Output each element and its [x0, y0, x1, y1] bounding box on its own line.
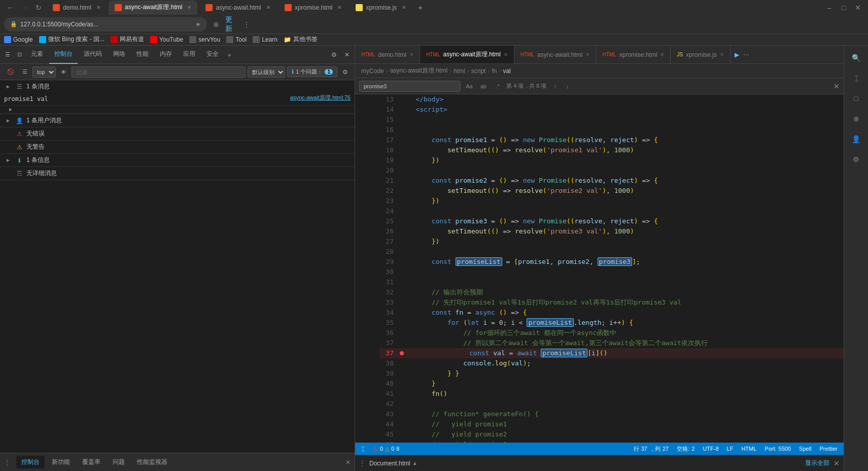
tab-elements[interactable]: 元素: [26, 46, 48, 64]
sidebar-search-icon[interactable]: 🔍: [848, 50, 864, 66]
more-editor-options[interactable]: ⋯: [739, 51, 753, 58]
filter-toggle-button[interactable]: ☰: [19, 68, 30, 76]
menu-button[interactable]: ⋮: [240, 18, 253, 30]
console-row-warnings[interactable]: ► ⚠ 无警告: [0, 141, 355, 153]
update-button[interactable]: 更新: [225, 18, 237, 30]
status-language[interactable]: HTML: [741, 445, 756, 453]
match-case-button[interactable]: Aa: [464, 81, 475, 92]
editor-tab-async-await-yuan[interactable]: HTML async-await原理.html ✕: [420, 46, 514, 64]
browser-tab-demo[interactable]: demo.html ✕: [47, 1, 107, 15]
console-row-errors[interactable]: ► ⚠ 无错误: [0, 127, 355, 140]
expand-arrow-info[interactable]: ►: [4, 156, 12, 164]
eye-icon[interactable]: 👁: [58, 68, 70, 76]
tab-performance[interactable]: 性能: [131, 46, 154, 64]
tab-close[interactable]: ✕: [402, 5, 406, 10]
new-tab-button[interactable]: +: [414, 2, 426, 14]
tab-memory[interactable]: 内存: [155, 46, 177, 64]
refresh-button[interactable]: ↻: [32, 2, 45, 14]
bookmark-youdao[interactable]: 网易有道: [111, 35, 144, 44]
devtools-close-button[interactable]: ✕: [341, 49, 353, 60]
doc-bar-close-button[interactable]: ✕: [834, 459, 840, 467]
search-input[interactable]: [359, 81, 461, 92]
bookmark-tool[interactable]: Tool: [226, 36, 247, 43]
status-git[interactable]: ⌶: [361, 446, 365, 452]
browser-tab-xpromise-js[interactable]: xpromise.js ✕: [350, 1, 412, 15]
tab-close[interactable]: ✕: [660, 52, 664, 57]
show-all-button[interactable]: 显示全部: [805, 459, 829, 467]
document-name[interactable]: Document.html ▲: [369, 460, 418, 467]
regex-button[interactable]: .*: [492, 81, 503, 92]
tab-close[interactable]: ✕: [266, 5, 270, 10]
whole-word-button[interactable]: ab: [478, 81, 489, 92]
forward-button[interactable]: →: [18, 2, 30, 14]
bottom-tab-coverage[interactable]: 覆盖率: [77, 456, 106, 468]
tab-console[interactable]: 控制台: [49, 46, 78, 64]
breadcrumb-val[interactable]: val: [503, 68, 510, 75]
tab-close[interactable]: ✕: [585, 52, 589, 57]
tab-security[interactable]: 安全: [201, 46, 224, 64]
console-row-user[interactable]: ► 👤 1 条用户消息: [0, 114, 355, 127]
breadcrumb-script[interactable]: script: [471, 68, 486, 75]
breadcrumb-fn[interactable]: fn: [492, 68, 497, 75]
bookmark-youtube[interactable]: YouTube: [150, 36, 183, 43]
bottom-close-button[interactable]: ✕: [345, 459, 351, 466]
bottom-tab-perf-monitor[interactable]: 性能监视器: [132, 456, 172, 468]
search-close-button[interactable]: ✕: [834, 82, 840, 90]
status-position[interactable]: 行 37，列 27: [634, 445, 669, 453]
minimize-button[interactable]: –: [823, 2, 836, 14]
browser-tab-async-await[interactable]: async-await.html ✕: [199, 1, 276, 15]
back-button[interactable]: ←: [4, 2, 16, 14]
expand-arrow-user[interactable]: ►: [4, 117, 12, 125]
devtools-menu-icon[interactable]: ☰: [2, 50, 13, 59]
search-next-button[interactable]: ↓: [562, 81, 573, 92]
bottom-tab-issues[interactable]: 问题: [108, 456, 130, 468]
clear-console-button[interactable]: 🚫: [4, 68, 17, 76]
inspect-icon[interactable]: ⊡: [14, 50, 25, 59]
tab-close[interactable]: ✕: [187, 5, 191, 10]
editor-tab-async-await[interactable]: HTML async-await.html ✕: [514, 46, 597, 64]
level-dropdown[interactable]: top: [32, 66, 56, 78]
tab-close[interactable]: ✕: [409, 52, 413, 57]
sidebar-remote-icon[interactable]: ⊕: [848, 111, 864, 127]
tab-app[interactable]: 应用: [178, 46, 200, 64]
bookmark-bing[interactable]: 微软 Bing 搜索 - 国...: [39, 35, 105, 44]
browser-tab-xpromise[interactable]: xpromise.html ✕: [279, 1, 348, 15]
status-prettier[interactable]: Prettier: [820, 445, 838, 453]
status-encoding[interactable]: UTF-8: [703, 445, 718, 453]
console-row-verbose[interactable]: ► ☶ 无详细消息: [0, 167, 355, 180]
doc-menu-icon[interactable]: ⋮: [359, 460, 365, 467]
tab-close[interactable]: ✕: [720, 52, 724, 57]
tab-close[interactable]: ✕: [337, 5, 341, 10]
bookmark-learn[interactable]: Learn: [253, 36, 277, 43]
sidebar-account-icon[interactable]: 👤: [848, 131, 864, 147]
bottom-tab-console[interactable]: 控制台: [16, 456, 45, 468]
status-port[interactable]: Port: 5500: [765, 445, 791, 453]
browser-tab-async-await-yuan[interactable]: async-await原理.html ✕: [109, 1, 197, 15]
issues-badge[interactable]: ℹ 1 个问题： 1: [287, 66, 337, 77]
search-prev-button[interactable]: ↑: [549, 81, 561, 92]
filter-input[interactable]: [72, 66, 246, 78]
run-button[interactable]: ▶: [735, 51, 739, 58]
sidebar-git-icon[interactable]: ⌶: [848, 70, 864, 86]
console-row-messages[interactable]: ► ☰ 1 条消息: [0, 80, 355, 93]
editor-tab-xpromise[interactable]: HTML xpromise.html ✕: [596, 46, 671, 64]
breadcrumb-file[interactable]: async-await原理.html: [390, 66, 447, 75]
bookmark-google[interactable]: Google: [4, 36, 33, 43]
console-settings-icon[interactable]: ⚙: [339, 66, 351, 78]
bookmark-other-folder[interactable]: 📁 其他书签: [284, 35, 318, 44]
status-spaces[interactable]: 空格: 2: [677, 445, 695, 453]
extensions-button[interactable]: ⊕: [210, 18, 222, 30]
breadcrumb-mycode[interactable]: myCode: [361, 68, 384, 75]
sidebar-extensions-icon[interactable]: □: [848, 90, 864, 107]
breadcrumb-html[interactable]: html: [454, 68, 465, 75]
status-lf[interactable]: LF: [727, 445, 734, 453]
log-level-dropdown[interactable]: 默认级别: [248, 66, 285, 78]
editor-tab-xpromise-js[interactable]: JS xpromise.js ✕: [671, 46, 730, 64]
sidebar-settings-icon[interactable]: ⚙: [848, 151, 864, 167]
devtools-settings-icon[interactable]: ⚙: [328, 49, 339, 60]
editor-tab-demo[interactable]: HTML demo.html ✕: [355, 46, 420, 64]
message-source-link[interactable]: async-await原理.html:76: [290, 94, 351, 102]
tab-close[interactable]: ✕: [504, 52, 508, 57]
doc-expand-icon[interactable]: ▲: [412, 460, 418, 466]
address-bar[interactable]: 🔒 127.0.0.1:5500/myCode/as... ★: [4, 17, 207, 31]
